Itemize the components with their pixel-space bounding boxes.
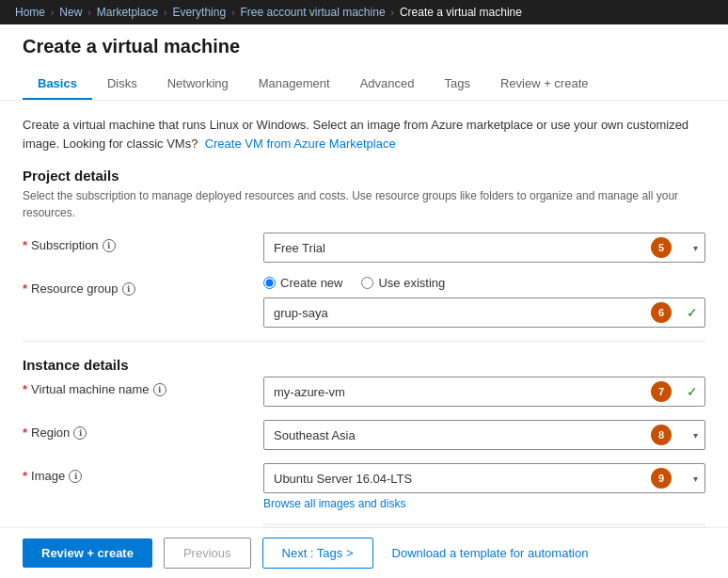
project-details-title: Project details [23, 168, 705, 184]
image-required: * [23, 469, 27, 483]
region-select[interactable]: Southeast Asia East US West US West Euro… [263, 420, 705, 450]
vm-name-row: * Virtual machine name ℹ 7 ✓ [23, 377, 705, 407]
region-required: * [23, 425, 27, 440]
main-content: Create a virtual machine that runs Linux… [0, 101, 728, 578]
vm-name-badge: 7 [651, 381, 672, 402]
region-control: Southeast Asia East US West US West Euro… [263, 420, 705, 450]
subscription-dropdown-wrapper: Free Trial ▾ 5 [263, 233, 705, 263]
breadcrumb: Home › New › Marketplace › Everything › … [0, 0, 728, 24]
resource-group-label: Resource group [31, 281, 119, 296]
resource-group-control: Create new Use existing 6 ✓ [263, 276, 705, 328]
tab-disks[interactable]: Disks [92, 69, 152, 100]
subscription-select[interactable]: Free Trial [263, 233, 705, 263]
vm-name-input[interactable] [263, 377, 705, 407]
review-create-button[interactable]: Review + create [23, 538, 152, 568]
radio-use-existing-label: Use existing [378, 276, 445, 290]
image-label-col: * Image ℹ [23, 463, 248, 483]
tab-basics[interactable]: Basics [23, 69, 92, 100]
bottom-bar: Review + create Previous Next : Tags > D… [0, 527, 728, 578]
region-row: * Region ℹ Southeast Asia East US West U… [23, 420, 705, 450]
radio-create-new-label: Create new [280, 276, 342, 290]
radio-use-existing[interactable]: Use existing [361, 276, 445, 290]
image-control: Ubuntu Server 16.04-LTS Windows Server 2… [263, 463, 705, 510]
page-title: Create a virtual machine [23, 36, 705, 65]
resource-group-required: * [23, 281, 27, 296]
resource-group-badge: 6 [651, 302, 672, 323]
vm-name-control: 7 ✓ [263, 377, 705, 407]
breadcrumb-sep-4: › [231, 8, 234, 18]
tab-bar: Basics Disks Networking Management Advan… [23, 69, 705, 100]
subscription-row: * Subscription ℹ Free Trial ▾ 5 [23, 233, 705, 263]
tab-advanced[interactable]: Advanced [345, 69, 430, 100]
resource-group-radio-group: Create new Use existing [263, 276, 705, 290]
vm-name-input-wrapper: 7 ✓ [263, 377, 705, 407]
image-select[interactable]: Ubuntu Server 16.04-LTS Windows Server 2… [263, 463, 705, 493]
subscription-control: Free Trial ▾ 5 [263, 233, 705, 263]
tab-management[interactable]: Management [244, 69, 345, 100]
subscription-label-col: * Subscription ℹ [23, 233, 248, 252]
page-header: Create a virtual machine Basics Disks Ne… [0, 24, 728, 101]
breadcrumb-everything[interactable]: Everything [172, 6, 226, 19]
image-dropdown-wrapper: Ubuntu Server 16.04-LTS Windows Server 2… [263, 463, 705, 493]
previous-button[interactable]: Previous [164, 538, 251, 569]
next-button[interactable]: Next : Tags > [262, 538, 373, 569]
image-row: * Image ℹ Ubuntu Server 16.04-LTS Window… [23, 463, 705, 510]
browse-images-link[interactable]: Browse all images and disks [263, 497, 705, 510]
resource-group-row: * Resource group ℹ Create new Use existi… [23, 276, 705, 328]
region-badge: 8 [651, 425, 672, 445]
automation-link[interactable]: Download a template for automation [392, 546, 589, 560]
tab-networking[interactable]: Networking [152, 69, 244, 100]
tab-tags[interactable]: Tags [429, 69, 484, 100]
radio-use-existing-input[interactable] [361, 277, 373, 289]
resource-group-info-icon[interactable]: ℹ [122, 282, 135, 296]
breadcrumb-sep-3: › [164, 8, 166, 18]
tab-review-create[interactable]: Review + create [485, 69, 604, 100]
vm-name-label-col: * Virtual machine name ℹ [23, 377, 248, 396]
breadcrumb-current: Create a virtual machine [400, 6, 522, 19]
vm-name-info-icon[interactable]: ℹ [153, 383, 166, 396]
breadcrumb-free-vm[interactable]: Free account virtual machine [240, 6, 385, 19]
image-label: Image [31, 469, 65, 483]
vm-name-required: * [23, 382, 27, 396]
breadcrumb-sep-2: › [87, 8, 90, 18]
create-vm-marketplace-link[interactable]: Create VM from Azure Marketplace [205, 136, 396, 151]
breadcrumb-new[interactable]: New [59, 6, 82, 19]
radio-create-new[interactable]: Create new [263, 276, 342, 290]
subscription-label: Subscription [31, 238, 99, 252]
radio-create-new-input[interactable] [263, 277, 276, 289]
description-text: Create a virtual machine that runs Linux… [23, 116, 705, 153]
resource-group-input[interactable] [263, 297, 705, 328]
subscription-required: * [23, 238, 27, 252]
region-label: Region [31, 425, 70, 440]
instance-details-title: Instance details [23, 357, 705, 373]
image-badge: 9 [651, 468, 672, 489]
region-label-col: * Region ℹ [23, 420, 248, 440]
breadcrumb-sep-1: › [51, 8, 54, 18]
resource-group-label-col: * Resource group ℹ [23, 276, 248, 296]
subscription-info-icon[interactable]: ℹ [103, 239, 116, 252]
region-dropdown-wrapper: Southeast Asia East US West US West Euro… [263, 420, 705, 450]
subscription-badge: 5 [651, 237, 672, 258]
breadcrumb-marketplace[interactable]: Marketplace [97, 6, 158, 19]
vm-name-label: Virtual machine name [31, 382, 150, 396]
region-info-icon[interactable]: ℹ [73, 426, 87, 440]
breadcrumb-sep-5: › [391, 8, 394, 18]
image-info-icon[interactable]: ℹ [69, 470, 82, 483]
resource-group-input-wrapper: 6 ✓ [263, 297, 705, 328]
divider-1 [23, 341, 705, 342]
project-details-desc: Select the subscription to manage deploy… [23, 187, 705, 221]
breadcrumb-home[interactable]: Home [15, 6, 45, 19]
